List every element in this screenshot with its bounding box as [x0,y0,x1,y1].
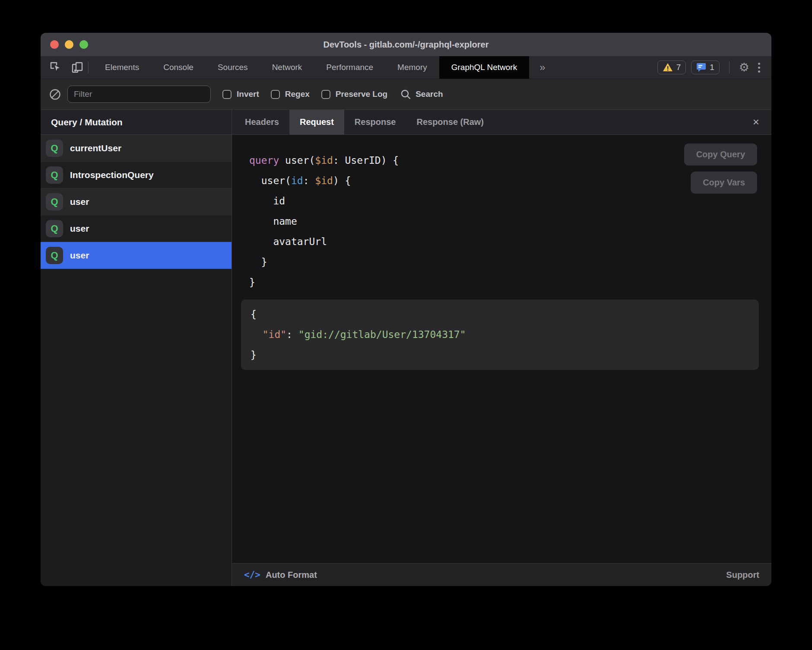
list-item-user-selected[interactable]: Q user [41,242,232,269]
minimize-window-button[interactable] [65,40,73,49]
tab-console[interactable]: Console [151,56,206,79]
query-list-header: Query / Mutation [41,110,232,135]
title-bar: DevTools - gitlab.com/-/graphql-explorer [41,33,771,56]
window-title: DevTools - gitlab.com/-/graphql-explorer [323,40,488,50]
toolbar-divider [88,61,89,73]
tab-memory[interactable]: Memory [385,56,439,79]
customize-menu-icon[interactable] [755,63,764,73]
auto-format-button[interactable]: Auto Format [266,570,317,580]
toolbar-divider [729,61,730,73]
request-detail-panel: Headers Request Response Response (Raw) … [232,110,771,586]
list-item-user-1[interactable]: Q user [41,188,232,215]
inspect-element-icon[interactable] [49,61,62,74]
list-item-current-user[interactable]: Q currentUser [41,135,232,162]
copy-vars-button[interactable]: Copy Vars [691,172,757,194]
tab-sources[interactable]: Sources [206,56,260,79]
list-item-user-2[interactable]: Q user [41,215,232,242]
block-clear-icon[interactable] [48,88,61,101]
preserve-log-label: Preserve Log [336,89,387,99]
tab-request[interactable]: Request [289,110,344,134]
query-list-sidebar: Query / Mutation Q currentUser Q Introsp… [41,110,232,586]
regex-label: Regex [285,89,310,99]
tab-network[interactable]: Network [260,56,314,79]
query-variables-box: { "id": "gid://gitlab/User/13704317"} [241,300,759,370]
message-bubble-icon [696,63,706,72]
warnings-badge[interactable]: 7 [657,61,686,74]
preserve-log-checkbox-group[interactable]: Preserve Log [321,89,387,99]
messages-count: 1 [710,63,714,72]
zoom-window-button[interactable] [79,40,88,49]
warnings-count: 7 [676,63,681,72]
request-content: query user($id: UserID) { user(id: $id) … [232,135,771,563]
filter-input[interactable] [67,86,211,103]
query-type-badge: Q [46,166,63,184]
search-label: Search [416,89,443,99]
filter-bar: Invert Regex Preserve Log Search [41,79,771,110]
search-control[interactable]: Search [400,89,443,100]
more-tabs-chevron-icon[interactable]: » [529,56,555,79]
panel-footer: </> Auto Format Support [232,563,771,586]
tab-headers[interactable]: Headers [235,110,289,134]
invert-checkbox-group[interactable]: Invert [222,89,259,99]
query-type-badge: Q [46,220,63,237]
tab-graphql-network[interactable]: GraphQL Network [439,56,529,79]
tab-performance[interactable]: Performance [314,56,385,79]
messages-badge[interactable]: 1 [691,61,720,74]
devtools-toolbar: Elements Console Sources Network Perform… [41,56,771,79]
warning-icon [663,63,673,72]
tab-response-raw[interactable]: Response (Raw) [406,110,494,134]
traffic-lights [50,33,88,56]
regex-checkbox-group[interactable]: Regex [271,89,310,99]
support-link[interactable]: Support [726,570,759,580]
regex-checkbox[interactable] [271,90,280,99]
preserve-log-checkbox[interactable] [321,90,330,99]
close-panel-icon[interactable]: × [749,110,763,134]
invert-checkbox[interactable] [222,90,232,99]
close-window-button[interactable] [50,40,59,49]
query-type-badge: Q [46,193,63,210]
invert-label: Invert [237,89,259,99]
detail-tabs: Headers Request Response Response (Raw) … [232,110,771,135]
query-type-badge: Q [46,140,63,157]
device-toolbar-icon[interactable] [71,61,84,74]
settings-gear-icon[interactable]: ⚙ [739,62,749,73]
tab-response[interactable]: Response [344,110,406,134]
copy-query-button[interactable]: Copy Query [684,143,757,166]
search-icon [400,89,411,100]
devtools-window: DevTools - gitlab.com/-/graphql-explorer… [41,33,771,586]
devtools-tabs: Elements Console Sources Network Perform… [93,56,556,79]
tab-elements[interactable]: Elements [93,56,151,79]
query-type-badge: Q [46,247,63,264]
list-item-introspection-query[interactable]: Q IntrospectionQuery [41,162,232,188]
code-brackets-icon: </> [244,570,260,580]
